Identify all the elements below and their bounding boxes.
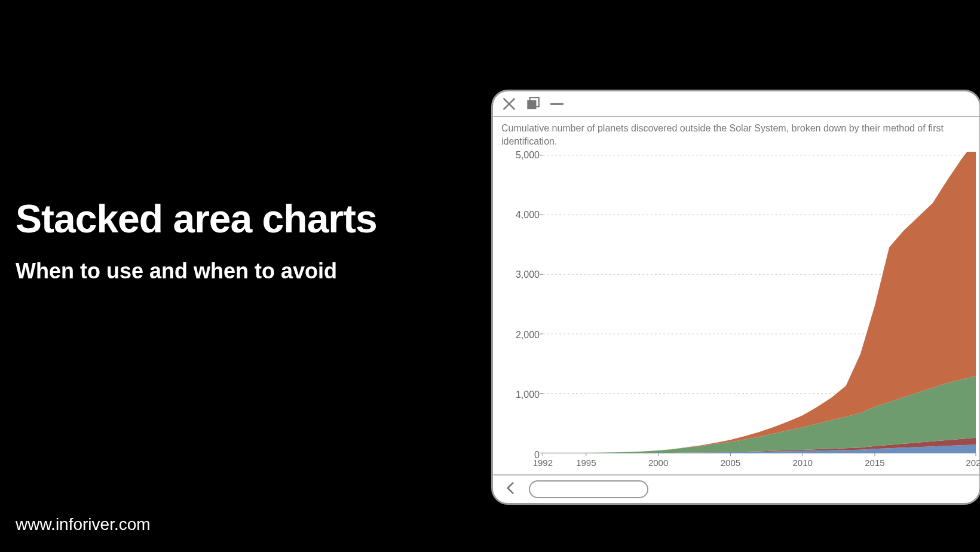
- y-tick-label: 3,000: [516, 269, 540, 280]
- page-subtitle: When to use and when to avoid: [16, 259, 377, 284]
- x-tick-label: 2005: [721, 458, 740, 468]
- minimize-icon[interactable]: [549, 96, 565, 112]
- y-tick-label: 1,000: [516, 390, 540, 400]
- x-tick-label: 1995: [576, 458, 596, 468]
- titlebar: [493, 91, 979, 117]
- website-url: www.inforiver.com: [16, 515, 151, 534]
- stacked-area-chart: 01,0002,0003,0004,0005,00019921995200020…: [493, 152, 979, 474]
- y-tick-label: 2,000: [516, 330, 540, 341]
- browser-window: Cumulative number of planets discovered …: [491, 90, 980, 505]
- address-input[interactable]: [529, 480, 648, 498]
- close-icon[interactable]: [501, 96, 517, 112]
- chart-area: Cumulative number of planets discovered …: [493, 117, 979, 474]
- y-tick-label: 5,000: [516, 150, 540, 161]
- x-tick-label: 2022: [966, 458, 980, 468]
- back-icon[interactable]: [503, 480, 518, 498]
- chart-subtitle: Cumulative number of planets discovered …: [493, 122, 979, 151]
- x-tick-label: 1992: [533, 458, 553, 468]
- x-tick-label: 2015: [865, 458, 884, 468]
- page-title: Stacked area charts: [16, 197, 377, 241]
- maximize-icon[interactable]: [525, 96, 541, 112]
- x-tick-label: 2010: [792, 458, 812, 468]
- y-tick-label: 4,000: [516, 210, 540, 220]
- svg-rect-0: [527, 100, 536, 109]
- x-tick-label: 2000: [648, 458, 668, 468]
- bottombar: [493, 474, 979, 503]
